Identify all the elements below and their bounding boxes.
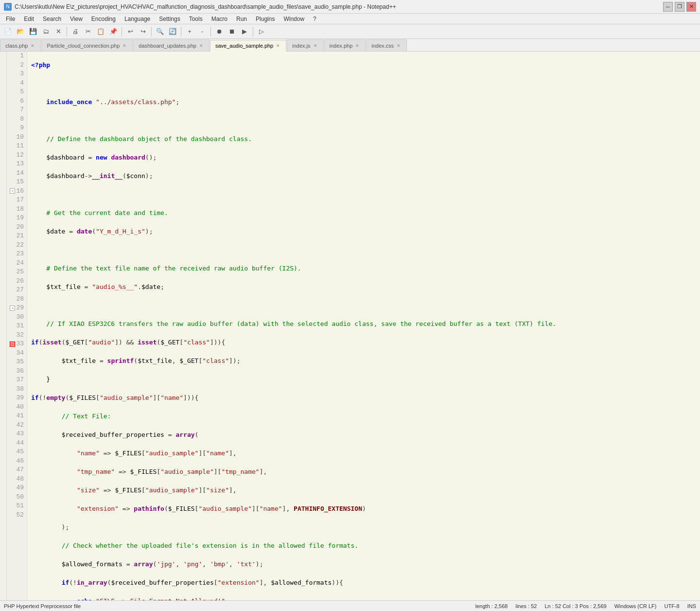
restore-button[interactable]: ❐: [675, 2, 684, 12]
print-button[interactable]: 🖨: [70, 26, 81, 37]
marker-area: [0, 52, 7, 600]
menu-bar: File Edit Search View Encoding Language …: [0, 14, 700, 24]
title-bar-left: N C:\Users\kutlu\New E\z_pictures\projec…: [4, 3, 396, 11]
copy-button[interactable]: 📋: [95, 26, 106, 37]
line-13: $txt_file = "audio_%s__".$date;: [31, 283, 696, 292]
toolbar: 📄 📂 💾 🗂 ✕ 🖨 ✂ 📋 📌 ↩ ↪ 🔍 🔄 + - ⏺ ⏹ ▶ ▷: [0, 24, 700, 39]
tab-indexcss-label: index.css: [371, 43, 394, 49]
tab-indexphp-close[interactable]: ✕: [354, 43, 360, 48]
line-27: // Check whether the uploaded file's ext…: [31, 541, 696, 551]
toolbar-sep-2: [122, 27, 122, 36]
menu-plugins[interactable]: Plugins: [252, 15, 279, 23]
app-icon: N: [4, 3, 12, 11]
menu-view[interactable]: View: [66, 15, 87, 23]
line-10: $date = date("Y_m_d_H_i_s");: [31, 227, 696, 236]
line-29: if(!in_array($received_buffer_properties…: [31, 578, 696, 588]
line-22: "name" => $_FILES["audio_sample"]["name"…: [31, 449, 696, 458]
menu-edit[interactable]: Edit: [20, 15, 38, 23]
menu-file[interactable]: File: [2, 15, 19, 23]
line-5: // Define the dashboard object of the da…: [31, 135, 696, 144]
run-button[interactable]: ▷: [256, 26, 267, 37]
new-button[interactable]: 📄: [2, 26, 14, 37]
menu-run[interactable]: Run: [232, 15, 251, 23]
menu-encoding[interactable]: Encoding: [88, 15, 120, 23]
title-bar: N C:\Users\kutlu\New E\z_pictures\projec…: [0, 0, 700, 14]
line-21: $received_buffer_properties = array(: [31, 431, 696, 440]
line-2: [31, 79, 696, 89]
tab-particle-label: Particle_cloud_connection.php: [47, 43, 120, 49]
line-17: $txt_file = sprintf($txt_file, $_GET["cl…: [31, 357, 696, 366]
tab-particle[interactable]: Particle_cloud_connection.php ✕: [41, 39, 133, 51]
fold-marker-33[interactable]: -: [10, 341, 15, 347]
line-1: <?php: [31, 61, 696, 70]
tab-indexphp[interactable]: index.php ✕: [324, 39, 366, 51]
tab-dashboard[interactable]: dashboard_updates.php ✕: [133, 39, 210, 51]
line-7: $dashboard->__init__($conn);: [31, 172, 696, 181]
line-28: $allowed_formats = array('jpg', 'png', '…: [31, 560, 696, 569]
tab-save-audio-close[interactable]: ✕: [275, 43, 281, 48]
status-left: PHP Hypertext Preprocessor file: [4, 603, 81, 609]
status-position: Ln : 52 Col : 3 Pos : 2,569: [544, 603, 606, 609]
line-6: $dashboard = new dashboard();: [31, 153, 696, 162]
tab-save-audio-label: save_audio_sample.php: [215, 43, 273, 49]
code-editor[interactable]: <?php include_once "../assets/class.php"…: [27, 52, 700, 600]
line-12: # Define the text file name of the recei…: [31, 264, 696, 273]
zoom-out-button[interactable]: -: [196, 26, 208, 37]
line-24: "size" => $_FILES["audio_sample"]["size"…: [31, 486, 696, 495]
tab-indexcss[interactable]: index.css ✕: [366, 39, 407, 51]
save-all-button[interactable]: 🗂: [40, 26, 52, 37]
menu-macro[interactable]: Macro: [208, 15, 231, 23]
close-button[interactable]: ✕: [52, 26, 64, 37]
tab-class[interactable]: class.php ✕: [0, 39, 41, 51]
menu-window[interactable]: Window: [280, 15, 308, 23]
status-length: length : 2,568: [475, 603, 508, 609]
replace-button[interactable]: 🔄: [167, 26, 178, 37]
tab-indexcss-close[interactable]: ✕: [396, 43, 402, 48]
minimize-button[interactable]: ─: [663, 2, 673, 12]
line-9: # Get the current date and time.: [31, 209, 696, 218]
menu-help[interactable]: ?: [309, 15, 320, 23]
line-numbers: 1 2 3 4 5 6 7 8 9 10 11 12 13 14 15 -16 …: [7, 52, 27, 600]
fold-marker-29[interactable]: -: [10, 306, 15, 311]
status-right: length : 2,568 lines : 52 Ln : 52 Col : …: [475, 603, 696, 609]
zoom-in-button[interactable]: +: [184, 26, 195, 37]
toolbar-sep-4: [181, 27, 181, 36]
menu-tools[interactable]: Tools: [185, 15, 207, 23]
paste-button[interactable]: 📌: [107, 26, 119, 37]
cut-button[interactable]: ✂: [82, 26, 94, 37]
line-16: if(isset($_GET["audio"]) && isset($_GET[…: [31, 338, 696, 347]
tab-class-close[interactable]: ✕: [30, 43, 35, 48]
undo-button[interactable]: ↩: [124, 26, 136, 37]
tab-indexjs-label: index.js: [292, 43, 310, 49]
save-button[interactable]: 💾: [27, 26, 39, 37]
menu-settings[interactable]: Settings: [155, 15, 184, 23]
status-filetype: PHP Hypertext Preprocessor file: [4, 603, 81, 609]
window-controls[interactable]: ─ ❐ ✕: [663, 2, 696, 12]
status-lines: lines : 52: [515, 603, 537, 609]
macro-play-button[interactable]: ▶: [239, 26, 250, 37]
macro-record-button[interactable]: ⏺: [213, 26, 225, 37]
tab-class-label: class.php: [5, 43, 28, 49]
find-button[interactable]: 🔍: [154, 26, 166, 37]
line-25: "extension" => pathinfo($_FILES["audio_s…: [31, 504, 696, 514]
tab-indexjs-close[interactable]: ✕: [313, 43, 318, 48]
tab-indexjs[interactable]: index.js ✕: [287, 39, 323, 51]
toolbar-sep-1: [67, 27, 67, 36]
redo-button[interactable]: ↪: [137, 26, 149, 37]
menu-language[interactable]: Language: [121, 15, 154, 23]
tab-save-audio[interactable]: save_audio_sample.php ✕: [210, 40, 286, 52]
status-bar: PHP Hypertext Preprocessor file length :…: [0, 600, 700, 611]
tab-dashboard-close[interactable]: ✕: [198, 43, 204, 48]
fold-marker-16[interactable]: -: [10, 188, 15, 194]
line-3: include_once "../assets/class.php";: [31, 98, 696, 107]
close-button[interactable]: ✕: [686, 2, 696, 12]
line-18: }: [31, 375, 696, 384]
line-8: [31, 190, 696, 199]
line-23: "tmp_name" => $_FILES["audio_sample"]["t…: [31, 467, 696, 477]
open-button[interactable]: 📂: [15, 26, 26, 37]
code-area[interactable]: 1 2 3 4 5 6 7 8 9 10 11 12 13 14 15 -16 …: [0, 52, 700, 600]
menu-search[interactable]: Search: [39, 15, 65, 23]
toolbar-sep-5: [210, 27, 211, 36]
macro-stop-button[interactable]: ⏹: [226, 26, 238, 37]
tab-particle-close[interactable]: ✕: [122, 43, 127, 48]
